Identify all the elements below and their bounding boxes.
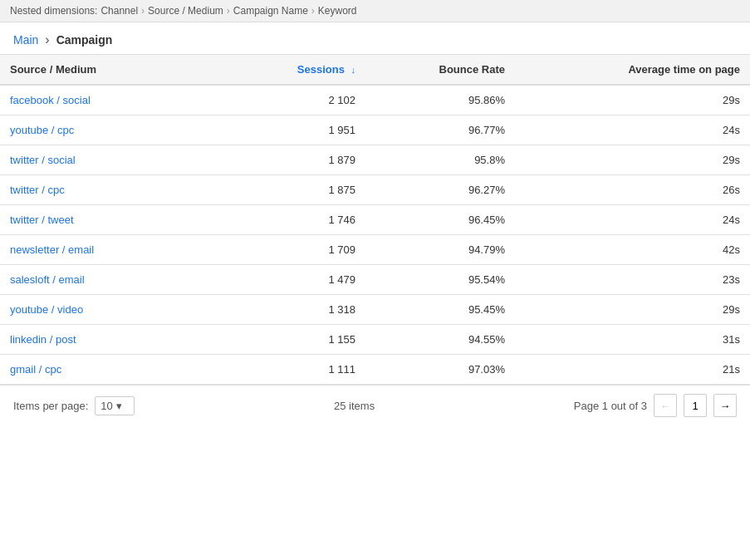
nested-dimensions-label: Nested dimensions: (10, 5, 97, 17)
breadcrumb-main-link[interactable]: Main (13, 33, 38, 47)
table-row: facebook / social2 10295.86%29s (0, 85, 750, 115)
pagination: Page 1 out of 3 ← 1 → (574, 394, 737, 417)
prev-page-button[interactable]: ← (654, 394, 677, 417)
cell-avg-time: 26s (515, 175, 750, 205)
data-table: Source / Medium Sessions ↓ Bounce Rate A… (0, 54, 750, 385)
table-row: twitter / social1 87995.8%29s (0, 145, 750, 175)
cell-sessions: 1 155 (199, 325, 365, 355)
cell-sessions: 1 746 (199, 205, 365, 235)
cell-source[interactable]: twitter / cpc (0, 175, 199, 205)
per-page-select[interactable]: 10 ▾ (95, 396, 135, 415)
cell-bounce-rate: 94.55% (365, 325, 515, 355)
page-info: Page 1 out of 3 (574, 400, 647, 412)
chevron-down-icon: ▾ (116, 400, 122, 412)
breadcrumb-nav-arrow: › (45, 32, 49, 47)
table-row: gmail / cpc1 11197.03%21s (0, 355, 750, 385)
cell-avg-time: 42s (515, 235, 750, 265)
current-page-button[interactable]: 1 (684, 394, 707, 417)
cell-source[interactable]: youtube / cpc (0, 115, 199, 145)
cell-source[interactable]: gmail / cpc (0, 355, 199, 385)
cell-sessions: 1 318 (199, 295, 365, 325)
cell-bounce-rate: 95.8% (365, 145, 515, 175)
cell-sessions: 1 709 (199, 235, 365, 265)
col-header-bounce-rate: Bounce Rate (365, 55, 515, 86)
table-header-row: Source / Medium Sessions ↓ Bounce Rate A… (0, 55, 750, 86)
sep-1: › (141, 5, 145, 17)
table-row: twitter / cpc1 87596.27%26s (0, 175, 750, 205)
cell-bounce-rate: 94.79% (365, 235, 515, 265)
breadcrumb-channel: Channel (100, 5, 138, 17)
footer-bar: Items per page: 10 ▾ 25 items Page 1 out… (0, 385, 750, 425)
cell-bounce-rate: 97.03% (365, 355, 515, 385)
cell-source[interactable]: twitter / social (0, 145, 199, 175)
col-header-avg-time: Average time on page (515, 55, 750, 86)
per-page-value: 10 (100, 400, 112, 412)
cell-avg-time: 31s (515, 325, 750, 355)
cell-sessions: 1 875 (199, 175, 365, 205)
total-items: 25 items (334, 400, 375, 412)
sep-3: › (311, 5, 315, 17)
sep-2: › (227, 5, 230, 17)
cell-sessions: 1 951 (199, 115, 365, 145)
top-bar: Nested dimensions: Channel › Source / Me… (0, 0, 750, 22)
items-per-page-container: Items per page: 10 ▾ (13, 396, 135, 415)
cell-avg-time: 24s (515, 205, 750, 235)
breadcrumb-source-medium: Source / Medium (148, 5, 223, 17)
cell-avg-time: 29s (515, 145, 750, 175)
next-page-button[interactable]: → (713, 394, 737, 417)
cell-source[interactable]: linkedin / post (0, 325, 199, 355)
cell-avg-time: 29s (515, 85, 750, 115)
table-row: salesloft / email1 47995.54%23s (0, 265, 750, 295)
cell-avg-time: 21s (515, 355, 750, 385)
sort-arrow-icon: ↓ (351, 65, 356, 75)
table-row: linkedin / post1 15594.55%31s (0, 325, 750, 355)
cell-source[interactable]: twitter / tweet (0, 205, 199, 235)
cell-sessions: 2 102 (199, 85, 365, 115)
col-header-sessions[interactable]: Sessions ↓ (199, 55, 365, 86)
cell-sessions: 1 879 (199, 145, 365, 175)
cell-source[interactable]: newsletter / email (0, 235, 199, 265)
cell-bounce-rate: 96.77% (365, 115, 515, 145)
cell-bounce-rate: 96.27% (365, 175, 515, 205)
items-per-page-label: Items per page: (13, 400, 88, 412)
cell-sessions: 1 479 (199, 265, 365, 295)
breadcrumb-keyword: Keyword (318, 5, 357, 17)
breadcrumb-campaign-name: Campaign Name (233, 5, 308, 17)
table-row: youtube / video1 31895.45%29s (0, 295, 750, 325)
table-row: youtube / cpc1 95196.77%24s (0, 115, 750, 145)
cell-bounce-rate: 96.45% (365, 205, 515, 235)
main-container: Main › Campaign Source / Medium Sessions… (0, 22, 750, 425)
table-row: newsletter / email1 70994.79%42s (0, 235, 750, 265)
cell-avg-time: 23s (515, 265, 750, 295)
cell-avg-time: 29s (515, 295, 750, 325)
cell-sessions: 1 111 (199, 355, 365, 385)
breadcrumb-campaign: Campaign (56, 33, 113, 47)
cell-bounce-rate: 95.54% (365, 265, 515, 295)
cell-source[interactable]: youtube / video (0, 295, 199, 325)
cell-bounce-rate: 95.86% (365, 85, 515, 115)
breadcrumb-nav: Main › Campaign (0, 22, 750, 54)
table-row: twitter / tweet1 74696.45%24s (0, 205, 750, 235)
cell-source[interactable]: facebook / social (0, 85, 199, 115)
cell-bounce-rate: 95.45% (365, 295, 515, 325)
cell-source[interactable]: salesloft / email (0, 265, 199, 295)
col-header-source: Source / Medium (0, 55, 199, 86)
cell-avg-time: 24s (515, 115, 750, 145)
